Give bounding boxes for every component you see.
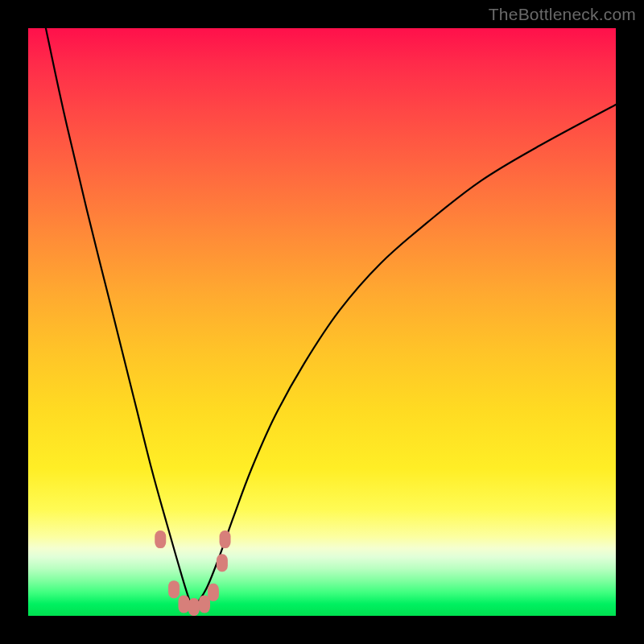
bottleneck-curve — [46, 28, 616, 608]
watermark-text: TheBottleneck.com — [489, 5, 636, 24]
highlight-marker — [208, 584, 219, 601]
marker-layer — [155, 530, 230, 616]
highlight-marker — [217, 554, 228, 572]
highlight-marker — [155, 530, 166, 548]
highlight-marker — [220, 530, 231, 548]
curve-layer — [46, 28, 616, 608]
highlight-marker — [178, 595, 189, 613]
plot-area — [28, 28, 616, 616]
highlight-marker — [188, 598, 200, 616]
highlight-marker — [168, 580, 180, 598]
chart-svg — [28, 28, 616, 616]
outer-frame: TheBottleneck.com — [0, 0, 644, 644]
